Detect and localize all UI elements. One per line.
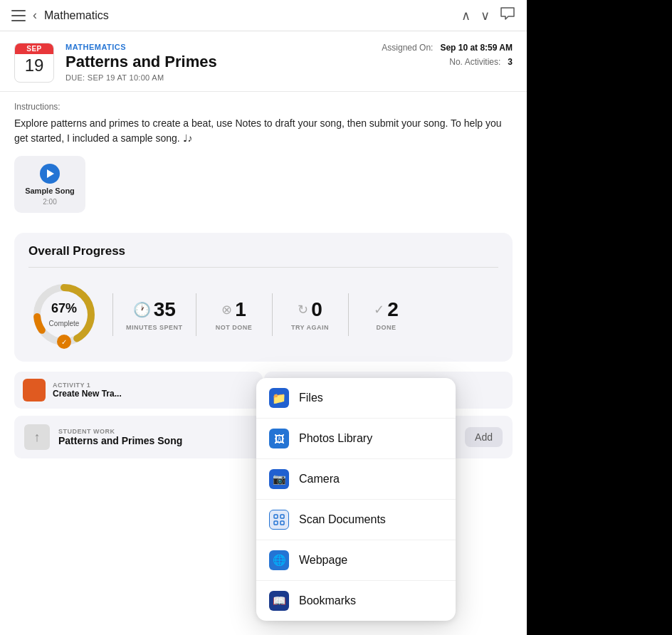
assignment-info: MATHEMATICS Patterns and Primes DUE: SEP…	[65, 43, 359, 83]
svg-rect-6	[280, 521, 284, 525]
stat-divider-1	[112, 293, 113, 336]
stat-divider-3	[272, 293, 273, 336]
stat-minutes: 🕐 35 MINUTES SPENT	[126, 298, 183, 331]
audio-card[interactable]: Sample Song 2:00	[14, 156, 85, 213]
stat-not-done: ⊗ 1 NOT DONE	[209, 298, 259, 331]
photos-icon: 🖼	[269, 429, 289, 448]
dropdown-menu: 📁 Files 🖼 Photos Library 📷 Camera	[256, 378, 456, 621]
dropdown-item-photos[interactable]: 🖼 Photos Library	[256, 419, 456, 459]
activity-icon-1	[23, 379, 46, 402]
dropdown-item-webpage[interactable]: 🌐 Webpage	[256, 540, 456, 581]
assignment-meta: Assigned On: Sep 10 at 8:59 AM No. Activ…	[370, 43, 513, 83]
progress-title: Overall Progress	[28, 244, 498, 258]
clock-icon: 🕐	[133, 301, 151, 318]
progress-section: Overall Progress 67% Complete ✓	[14, 233, 513, 362]
donut-chart: 67% Complete ✓	[28, 279, 100, 350]
due-date: DUE: SEP 19 AT 10:00 AM	[65, 73, 359, 82]
subject-label: MATHEMATICS	[65, 43, 359, 51]
dropdown-item-camera[interactable]: 📷 Camera	[256, 459, 456, 500]
up-arrow-icon[interactable]: ∧	[461, 8, 471, 23]
dropdown-photos-label: Photos Library	[299, 432, 372, 445]
stat-minutes-label: MINUTES SPENT	[126, 324, 183, 331]
dropdown-item-files[interactable]: 📁 Files	[256, 378, 456, 419]
comment-icon[interactable]	[500, 6, 515, 24]
back-button[interactable]: ‹	[33, 8, 37, 23]
instructions-text: Explore patterns and primes to create a …	[14, 116, 513, 146]
donut-percent: 67%	[49, 301, 80, 316]
stat-minutes-value: 35	[154, 298, 176, 321]
bookmarks-icon: 📖	[269, 591, 289, 611]
stat-divider-4	[348, 293, 349, 336]
done-icon: ✓	[374, 302, 384, 318]
stat-try-again-label: TRY AGAIN	[291, 324, 329, 331]
stat-done-label: DONE	[377, 324, 397, 331]
calendar-month: SEP	[15, 43, 53, 54]
stat-not-done-value: 1	[235, 298, 246, 321]
instructions-label: Instructions:	[14, 102, 513, 112]
svg-rect-3	[274, 515, 278, 518]
down-arrow-icon[interactable]: ∨	[481, 8, 490, 23]
progress-stats: 67% Complete ✓ 🕐 35 MINUTES SPENT ⊗ 1	[28, 279, 498, 350]
dropdown-webpage-label: Webpage	[299, 554, 347, 567]
stat-not-done-label: NOT DONE	[216, 324, 253, 331]
dropdown-scan-label: Scan Documents	[299, 513, 386, 526]
progress-separator	[28, 267, 498, 268]
stat-try-again: ↻ 0 TRY AGAIN	[285, 298, 335, 331]
sidebar-toggle-button[interactable]	[11, 10, 26, 21]
donut-text: 67% Complete	[49, 301, 80, 329]
attachment-area: Sample Song 2:00	[0, 156, 527, 223]
activity-card-1[interactable]: ACTIVITY 1 Create New Tra...	[14, 372, 263, 409]
donut-complete-label: Complete	[49, 320, 80, 327]
dropdown-files-label: Files	[299, 392, 323, 404]
dropdown-item-bookmarks[interactable]: 📖 Bookmarks	[256, 581, 456, 621]
nav-title: Mathematics	[44, 9, 109, 22]
not-done-icon: ⊗	[221, 302, 232, 318]
audio-duration: 2:00	[43, 198, 56, 206]
stat-done-value: 2	[387, 298, 399, 321]
right-panel	[527, 0, 672, 635]
files-icon: 📁	[269, 388, 289, 408]
nav-bar: ‹ Mathematics ∧ ∨	[0, 0, 527, 31]
assigned-on-label: Assigned On:	[382, 43, 433, 53]
stat-try-again-value: 0	[311, 298, 322, 321]
calendar-icon: SEP 19	[14, 43, 54, 83]
assigned-on-row: Assigned On: Sep 10 at 8:59 AM	[382, 43, 513, 53]
webpage-icon: 🌐	[269, 550, 289, 570]
no-activities-label: No. Activities:	[449, 57, 500, 67]
camera-icon: 📷	[269, 469, 289, 489]
check-badge: ✓	[57, 335, 71, 349]
nav-left: ‹ Mathematics	[11, 8, 109, 23]
dropdown-camera-label: Camera	[299, 473, 340, 486]
play-triangle-icon	[47, 169, 54, 178]
stat-done-top: ✓ 2	[374, 298, 399, 321]
stat-divider-2	[196, 293, 196, 336]
no-activities-row: No. Activities: 3	[449, 57, 513, 67]
calendar-day: 19	[15, 54, 53, 78]
stat-try-again-top: ↻ 0	[298, 298, 322, 321]
assigned-on-value: Sep 10 at 8:59 AM	[440, 43, 513, 53]
assignment-title: Patterns and Primes	[65, 53, 359, 71]
stat-minutes-top: 🕐 35	[133, 298, 176, 321]
work-icon: ↑	[24, 424, 50, 450]
stat-done: ✓ 2 DONE	[362, 298, 411, 331]
add-button[interactable]: Add	[465, 427, 503, 447]
play-button[interactable]	[40, 164, 60, 184]
no-activities-value: 3	[508, 57, 513, 67]
nav-right: ∧ ∨	[461, 6, 515, 24]
svg-rect-5	[274, 521, 278, 525]
audio-title: Sample Song	[25, 187, 75, 195]
instructions-section: Instructions: Explore patterns and prime…	[0, 92, 527, 156]
stat-not-done-top: ⊗ 1	[221, 298, 246, 321]
try-again-icon: ↻	[298, 302, 308, 318]
activity-meta-1: ACTIVITY 1 Create New Tra...	[53, 382, 254, 399]
scan-icon	[269, 510, 289, 530]
assignment-header: SEP 19 MATHEMATICS Patterns and Primes D…	[0, 31, 527, 92]
svg-rect-4	[280, 515, 284, 518]
activity-name-1: Create New Tra...	[53, 389, 254, 399]
activity-number-1: ACTIVITY 1	[53, 382, 254, 389]
dropdown-bookmarks-label: Bookmarks	[299, 594, 356, 607]
dropdown-item-scan[interactable]: Scan Documents	[256, 500, 456, 540]
